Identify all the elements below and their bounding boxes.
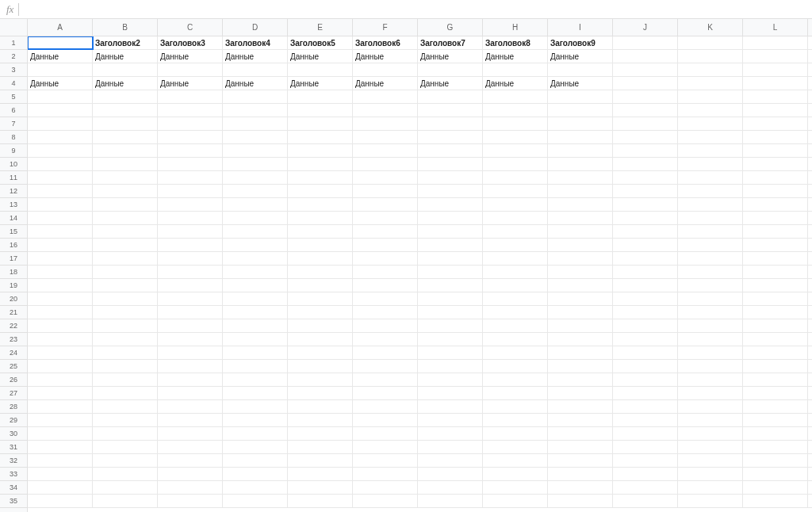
cell-D5[interactable]: [223, 90, 288, 103]
cell-B35[interactable]: [93, 495, 158, 507]
cell-K19[interactable]: [678, 279, 743, 292]
cell-F28[interactable]: [353, 400, 418, 413]
row-header-19[interactable]: 19: [0, 279, 27, 292]
cell-G22[interactable]: [418, 319, 483, 332]
cell-J14[interactable]: [613, 212, 678, 224]
cell-G15[interactable]: [418, 225, 483, 238]
cell-F3[interactable]: [353, 63, 418, 76]
cell-C25[interactable]: [158, 360, 223, 373]
cell-A6[interactable]: [28, 104, 93, 117]
cell-B11[interactable]: [93, 171, 158, 184]
cell-K30[interactable]: [678, 427, 743, 440]
cell-J7[interactable]: [613, 117, 678, 130]
cell-B34[interactable]: [93, 481, 158, 494]
cell-E11[interactable]: [288, 171, 353, 184]
cell-L30[interactable]: [743, 427, 808, 440]
cell-J1[interactable]: [613, 36, 678, 49]
cell-D33[interactable]: [223, 468, 288, 480]
cell-J10[interactable]: [613, 158, 678, 170]
row-header-27[interactable]: 27: [0, 387, 27, 400]
cell-D29[interactable]: [223, 414, 288, 426]
cell-B21[interactable]: [93, 306, 158, 319]
cell-E13[interactable]: [288, 198, 353, 211]
row-header-21[interactable]: 21: [0, 306, 27, 319]
cell-A30[interactable]: [28, 427, 93, 440]
cell-A20[interactable]: [28, 292, 93, 305]
cell-A8[interactable]: [28, 131, 93, 143]
cell-I28[interactable]: [548, 400, 613, 413]
cell-K11[interactable]: [678, 171, 743, 184]
cell-K17[interactable]: [678, 252, 743, 265]
cell-I15[interactable]: [548, 225, 613, 238]
cell-C30[interactable]: [158, 427, 223, 440]
column-header-J[interactable]: J: [613, 19, 678, 36]
cell-D35[interactable]: [223, 495, 288, 507]
cell-F13[interactable]: [353, 198, 418, 211]
cell-E17[interactable]: [288, 252, 353, 265]
cell-H8[interactable]: [483, 131, 548, 143]
cell-D26[interactable]: [223, 373, 288, 386]
row-header-28[interactable]: 28: [0, 400, 27, 414]
cell-G21[interactable]: [418, 306, 483, 319]
cell-G30[interactable]: [418, 427, 483, 440]
cell-C8[interactable]: [158, 131, 223, 143]
row-header-16[interactable]: 16: [0, 239, 27, 252]
cell-A28[interactable]: [28, 400, 93, 413]
cell-G28[interactable]: [418, 400, 483, 413]
cell-K2[interactable]: [678, 50, 743, 63]
cell-D17[interactable]: [223, 252, 288, 265]
cell-J12[interactable]: [613, 185, 678, 197]
cell-A2[interactable]: Данные: [28, 50, 93, 63]
cell-E21[interactable]: [288, 306, 353, 319]
cell-A11[interactable]: [28, 171, 93, 184]
cell-I13[interactable]: [548, 198, 613, 211]
cell-L7[interactable]: [743, 117, 808, 130]
cell-G35[interactable]: [418, 495, 483, 507]
row-header-8[interactable]: 8: [0, 131, 27, 144]
cell-E16[interactable]: [288, 239, 353, 251]
row-header-14[interactable]: 14: [0, 212, 27, 225]
cell-H32[interactable]: [483, 454, 548, 467]
cell-H19[interactable]: [483, 279, 548, 292]
cell-B8[interactable]: [93, 131, 158, 143]
cell-I1[interactable]: Заголовок9: [548, 36, 613, 49]
cell-B26[interactable]: [93, 373, 158, 386]
cell-D8[interactable]: [223, 131, 288, 143]
cell-L24[interactable]: [743, 346, 808, 359]
cell-K13[interactable]: [678, 198, 743, 211]
cell-E20[interactable]: [288, 292, 353, 305]
cell-C22[interactable]: [158, 319, 223, 332]
cell-K20[interactable]: [678, 292, 743, 305]
column-header-B[interactable]: B: [93, 19, 158, 36]
cell-L17[interactable]: [743, 252, 808, 265]
cell-J24[interactable]: [613, 346, 678, 359]
cell-H26[interactable]: [483, 373, 548, 386]
cell-F20[interactable]: [353, 292, 418, 305]
cell-D27[interactable]: [223, 387, 288, 399]
cell-G8[interactable]: [418, 131, 483, 143]
column-header-I[interactable]: I: [548, 19, 613, 36]
cell-C9[interactable]: [158, 144, 223, 157]
cell-A19[interactable]: [28, 279, 93, 292]
cell-I6[interactable]: [548, 104, 613, 117]
cell-K29[interactable]: [678, 414, 743, 426]
cell-I31[interactable]: [548, 441, 613, 453]
cell-A12[interactable]: [28, 185, 93, 197]
cell-L14[interactable]: [743, 212, 808, 224]
cell-H27[interactable]: [483, 387, 548, 399]
cell-I33[interactable]: [548, 468, 613, 480]
cell-E8[interactable]: [288, 131, 353, 143]
row-header-5[interactable]: 5: [0, 90, 27, 104]
cell-K24[interactable]: [678, 346, 743, 359]
cell-J3[interactable]: [613, 63, 678, 76]
row-header-32[interactable]: 32: [0, 454, 27, 468]
cell-L10[interactable]: [743, 158, 808, 170]
cell-B31[interactable]: [93, 441, 158, 453]
cell-D18[interactable]: [223, 266, 288, 278]
cell-F11[interactable]: [353, 171, 418, 184]
cell-E10[interactable]: [288, 158, 353, 170]
select-all-corner[interactable]: [0, 19, 28, 36]
cell-I25[interactable]: [548, 360, 613, 373]
cell-L22[interactable]: [743, 319, 808, 332]
cell-E22[interactable]: [288, 319, 353, 332]
